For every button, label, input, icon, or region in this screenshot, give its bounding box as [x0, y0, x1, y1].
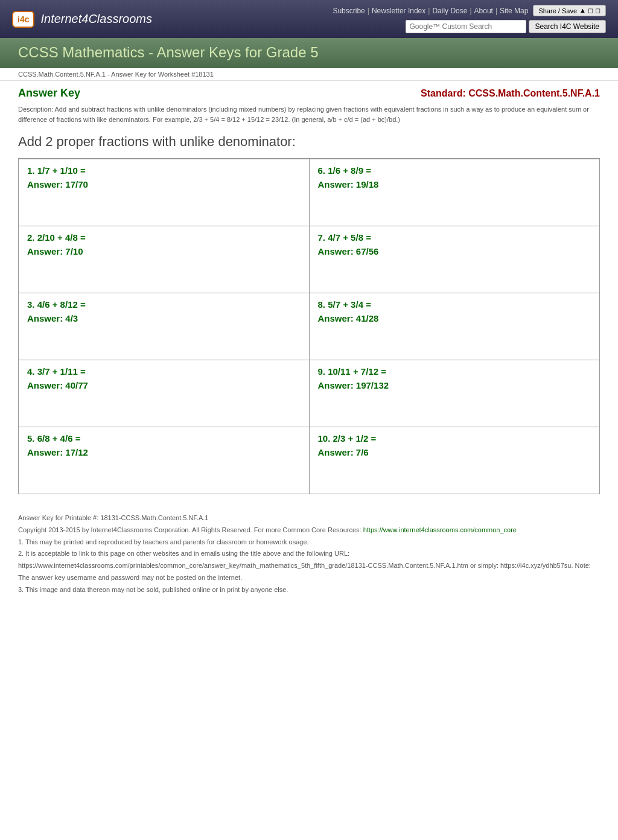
description: Description: Add and subtract fractions … — [18, 104, 600, 124]
nav-subscribe[interactable]: Subscribe — [333, 7, 365, 15]
problem-row: 4. 3/7 + 1/11 =Answer: 40/779. 10/11 + 7… — [19, 360, 599, 427]
problem-question: 3. 4/6 + 8/12 = — [27, 299, 301, 310]
footer-copyright: Copyright 2013-2015 by Internet4Classroo… — [18, 524, 600, 536]
site-title: Internet4Classrooms — [40, 12, 152, 26]
banner-title: CCSS Mathematics - Answer Keys for Grade… — [18, 44, 600, 61]
nav-links: Subscribe | Newsletter Index | Daily Dos… — [333, 7, 528, 15]
problem-answer: Answer: 40/77 — [27, 380, 301, 390]
problem-answer: Answer: 7/10 — [27, 246, 301, 256]
share-save-button[interactable]: Share / Save ▲ ◻ ◻ — [533, 5, 606, 16]
footer-note3: 3. This image and data thereon may not b… — [18, 584, 600, 596]
problem-row: 1. 1/7 + 1/10 =Answer: 17/706. 1/6 + 8/9… — [19, 159, 599, 226]
nav-daily-dose[interactable]: Daily Dose — [432, 7, 467, 15]
footer-note1: 1. This may be printed and reproduced by… — [18, 536, 600, 549]
problem-answer: Answer: 4/3 — [27, 313, 301, 323]
problem-cell: 10. 2/3 + 1/2 =Answer: 7/6 — [310, 427, 600, 494]
problem-question: 6. 1/6 + 8/9 = — [318, 165, 591, 176]
problem-cell: 2. 2/10 + 4/8 =Answer: 7/10 — [19, 226, 310, 293]
problem-question: 9. 10/11 + 7/12 = — [318, 366, 591, 377]
problem-cell: 8. 5/7 + 3/4 =Answer: 41/28 — [310, 293, 600, 360]
problem-question: 5. 6/8 + 4/6 = — [27, 433, 301, 444]
problem-question: 7. 4/7 + 5/8 = — [318, 232, 591, 243]
problem-row: 2. 2/10 + 4/8 =Answer: 7/107. 4/7 + 5/8 … — [19, 226, 599, 293]
problem-answer: Answer: 17/70 — [27, 179, 301, 189]
problem-grid: 1. 1/7 + 1/10 =Answer: 17/706. 1/6 + 8/9… — [18, 158, 600, 494]
problem-question: 2. 2/10 + 4/8 = — [27, 232, 301, 243]
banner: CCSS Mathematics - Answer Keys for Grade… — [0, 38, 618, 68]
breadcrumb: CCSS.Math.Content.5.NF.A.1 - Answer Key … — [0, 68, 618, 81]
logo-icon: i4c — [12, 11, 34, 28]
problem-row: 5. 6/8 + 4/6 =Answer: 17/1210. 2/3 + 1/2… — [19, 427, 599, 494]
problem-cell: 1. 1/7 + 1/10 =Answer: 17/70 — [19, 159, 310, 226]
standard-label: Standard: CCSS.Math.Content.5.NF.A.1 — [421, 88, 600, 99]
answer-key-title: Answer Key — [18, 87, 80, 100]
problem-cell: 7. 4/7 + 5/8 =Answer: 67/56 — [310, 226, 600, 293]
problem-answer: Answer: 7/6 — [318, 447, 591, 457]
problem-question: 8. 5/7 + 3/4 = — [318, 299, 591, 310]
share-icon: ▲ ◻ ◻ — [579, 7, 600, 14]
footer-common-core-link[interactable]: https://www.internet4classrooms.com/comm… — [363, 526, 517, 533]
problem-question: 10. 2/3 + 1/2 = — [318, 433, 591, 444]
problem-row: 3. 4/6 + 8/12 =Answer: 4/38. 5/7 + 3/4 =… — [19, 293, 599, 360]
nav-sitemap[interactable]: Site Map — [500, 7, 528, 15]
problem-answer: Answer: 41/28 — [318, 313, 591, 323]
content: Answer Key Standard: CCSS.Math.Content.5… — [0, 81, 618, 506]
worksheet-title: Add 2 proper fractions with unlike denom… — [18, 134, 600, 150]
footer-url-long: https://www.internet4classrooms.com/prin… — [18, 560, 600, 584]
search-button[interactable]: Search I4C Website — [529, 20, 607, 33]
problem-cell: 4. 3/7 + 1/11 =Answer: 40/77 — [19, 360, 310, 427]
problem-answer: Answer: 197/132 — [318, 380, 591, 390]
problem-answer: Answer: 19/18 — [318, 179, 591, 189]
nav-about[interactable]: About — [474, 7, 493, 15]
problem-cell: 3. 4/6 + 8/12 =Answer: 4/3 — [19, 293, 310, 360]
problem-cell: 9. 10/11 + 7/12 =Answer: 197/132 — [310, 360, 600, 427]
nav-newsletter[interactable]: Newsletter Index — [372, 7, 425, 15]
logo-area: i4c Internet4Classrooms — [12, 11, 152, 28]
footer: Answer Key for Printable #: 18131-CCSS.M… — [0, 506, 618, 608]
problem-question: 4. 3/7 + 1/11 = — [27, 366, 301, 377]
nav-bar: Subscribe | Newsletter Index | Daily Dos… — [333, 5, 606, 33]
problem-cell: 6. 1/6 + 8/9 =Answer: 19/18 — [310, 159, 600, 226]
search-input[interactable] — [406, 20, 526, 33]
header: i4c Internet4Classrooms Subscribe | News… — [0, 0, 618, 38]
problem-answer: Answer: 17/12 — [27, 447, 301, 457]
footer-printable-label: Answer Key for Printable #: 18131-CCSS.M… — [18, 512, 600, 524]
answer-key-header: Answer Key Standard: CCSS.Math.Content.5… — [18, 87, 600, 100]
problem-question: 1. 1/7 + 1/10 = — [27, 165, 301, 176]
footer-note2: 2. It is acceptable to link to this page… — [18, 548, 600, 560]
problem-cell: 5. 6/8 + 4/6 =Answer: 17/12 — [19, 427, 310, 494]
search-bar: Search I4C Website — [406, 20, 607, 33]
problem-answer: Answer: 67/56 — [318, 246, 591, 256]
